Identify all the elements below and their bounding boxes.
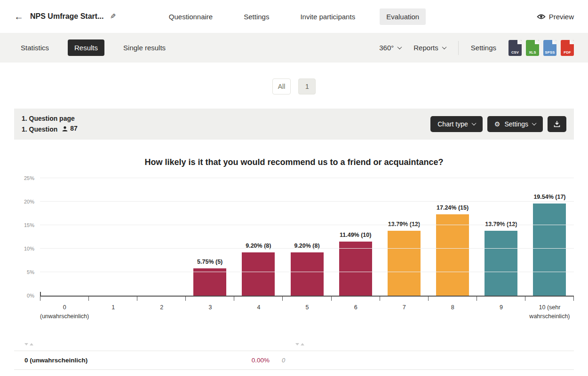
file-fold-icon [535,40,539,44]
export-spss-icon[interactable]: SPSS [543,40,556,56]
table-row: 0 (unwahrscheinlich)0.00%0 [14,351,574,370]
nav-invite-participants[interactable]: Invite participants [294,8,362,25]
export-icons: CSVXLSSPSSPDF [509,40,574,56]
bar-chart: 5.75% (5)9.20% (8)9.20% (8)11.49% (10)13… [14,172,574,321]
top-bar: ← NPS Umfrage Start... ✎ Questionnaire S… [0,0,588,33]
chart-plot-area: 5.75% (5)9.20% (8)9.20% (8)11.49% (10)13… [40,172,574,297]
export-csv-icon[interactable]: CSV [509,40,522,56]
bar-cell [88,172,137,296]
bar-cell: 5.75% (5) [186,172,234,296]
gear-icon: ⚙ [494,121,501,127]
y-axis-label: 20% [24,199,34,204]
chart-settings-button[interactable]: ⚙ Settings [487,116,543,132]
dropdown-360-label: 360° [379,44,394,52]
bar-value-label: 5.75% (5) [197,258,222,265]
nav-evaluation[interactable]: Evaluation [380,8,426,25]
back-icon[interactable]: ← [14,12,24,21]
pagination-all-button[interactable]: All [272,78,291,94]
y-axis-label: 5% [27,269,34,275]
nav-questionnaire[interactable]: Questionnaire [162,8,219,25]
bar-cell [40,172,88,296]
tab-statistics[interactable]: Statistics [14,39,56,56]
export-pdf-icon[interactable]: PDF [561,40,574,56]
bar-value-label: 17.24% (15) [437,204,469,211]
question-panel: 1. Question page 1. Question 87 Chart ty… [14,109,574,140]
toolbar-divider [458,41,459,55]
x-axis-label: 5 [283,301,332,321]
results-tabs: Statistics Results Single results [14,39,172,56]
y-axis-label: 15% [24,222,34,228]
x-axis-label: 4 [234,301,283,321]
survey-title: NPS Umfrage Start... [30,12,103,21]
bar-cell: 11.49% (10) [331,172,380,296]
file-fold-icon [570,40,574,44]
bar-value-label: 19.54% (17) [533,194,565,200]
sort-values-icon[interactable] [295,341,304,347]
answers-table: 0 (unwahrscheinlich)0.00%0 [14,337,574,370]
sort-answers-icon[interactable] [24,341,33,347]
toolbar-settings-link[interactable]: Settings [471,44,496,52]
results-toolbar: Statistics Results Single results 360° R… [0,33,588,63]
download-chart-button[interactable] [548,116,566,132]
chevron-down-icon [471,121,476,125]
main-nav: Questionnaire Settings Invite participan… [155,8,433,25]
export-xls-icon[interactable]: XLS [526,40,539,56]
bar-cell: 17.24% (15) [429,172,477,296]
chart-type-button[interactable]: Chart type [430,116,483,132]
nav-settings[interactable]: Settings [237,8,276,25]
page-pagination: All 1 [0,78,588,94]
answer-percent: 0.00% [240,357,270,364]
y-gridline [40,272,574,272]
tab-results[interactable]: Results [68,39,104,56]
respondent-count: 87 [70,124,78,133]
tab-single-results[interactable]: Single results [117,39,172,56]
file-fold-icon [517,40,522,44]
x-axis-tick [137,297,185,301]
x-axis-label: 9 [477,301,525,321]
download-icon [553,120,561,127]
y-gridline [40,201,574,202]
x-axis-ticks [40,297,574,301]
bar [485,231,517,296]
y-axis-label: 10% [24,246,34,251]
answers-table-header [14,337,574,351]
bar-cell: 9.20% (8) [234,172,283,296]
chevron-down-icon [442,45,446,49]
x-axis-tick [282,297,331,301]
bar-value-label: 11.49% (10) [340,232,371,238]
x-axis-tick [88,297,137,301]
chevron-down-icon [397,45,402,49]
x-axis-label: 3 [186,301,234,321]
export-format-label: PDF [561,50,574,55]
person-icon [62,126,68,132]
preview-button[interactable]: Preview [433,13,574,21]
x-axis-label: 2 [137,301,186,321]
question-page-label: 1. Question page [22,114,78,124]
x-axis-tick [428,297,477,301]
bar [193,268,226,296]
y-axis-label: 25% [24,175,34,181]
pagination-page-button[interactable]: 1 [298,78,316,94]
export-format-label: CSV [509,50,522,55]
chart-type-label: Chart type [437,120,468,128]
x-axis-tick [331,297,380,301]
bar [291,252,324,296]
bar-cell [137,172,185,296]
bar-cell: 13.79% (12) [477,172,525,296]
x-axis-label: 0 (unwahrscheinlich) [40,301,89,321]
dropdown-360[interactable]: 360° [379,44,401,52]
y-gridline [40,178,574,178]
y-gridline [40,248,574,249]
export-format-label: SPSS [543,50,556,55]
dropdown-reports[interactable]: Reports [413,44,446,52]
export-format-label: XLS [526,50,539,55]
x-axis-tick [477,297,525,301]
question-label: 1. Question [22,125,57,133]
y-axis-label: 0% [27,293,34,298]
edit-pencil-icon[interactable]: ✎ [110,12,116,21]
chevron-down-icon [532,121,537,125]
x-axis-label: 6 [332,301,380,321]
bar [339,242,372,296]
x-axis-tick [185,297,234,301]
bar-cell: 9.20% (8) [283,172,331,296]
